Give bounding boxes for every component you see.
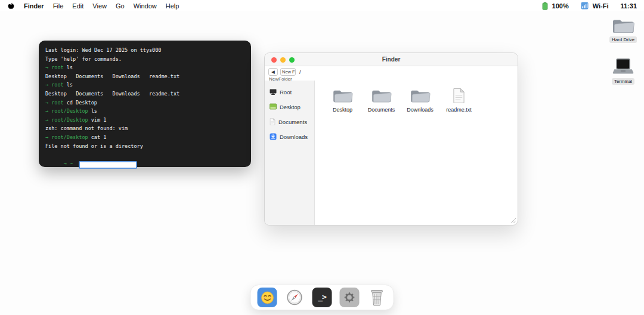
resize-handle[interactable] [510,217,516,223]
folder-icon [370,88,392,104]
menu-item-view[interactable]: View [92,2,107,10]
terminal-command: ls [67,82,73,88]
terminal-command: cd Desktop [67,100,97,106]
finder-titlebar[interactable]: Finder [265,53,518,66]
dock-item-safari[interactable] [285,288,305,307]
file-label: Desktop [333,107,352,113]
sidebar-item-root[interactable]: Root [265,86,314,98]
apple-icon[interactable] [7,2,15,10]
minimize-button[interactable] [280,57,286,63]
trash-icon [369,288,385,307]
terminal-line: → rootls [45,81,244,89]
terminal-line: Desktop Documents Downloads readme.txt [45,72,244,81]
traffic-lights [271,57,295,63]
file-label: Downloads [407,107,434,113]
menu-item-window[interactable]: Window [134,2,157,10]
terminal-prompt: → root [45,100,64,106]
terminal-prompt: → root/Desktop [45,117,88,123]
finder-window[interactable]: Finder ◀ New Folder / NewFolder Root Des… [264,52,518,226]
terminal-prompt: → root [45,64,64,70]
terminal-prompt: → root/Desktop [45,134,88,140]
terminal-command: ls [67,64,73,70]
terminal-prompt: → ~ [64,160,73,166]
menu-item-file[interactable]: File [53,2,64,10]
file-item-downloads[interactable]: Downloads [401,88,439,113]
terminal-line: → rootls [45,63,244,72]
desktop-icon [270,103,277,110]
terminal-line: zsh: command not found: vim [45,124,244,133]
menu-item-finder[interactable]: Finder [24,2,44,10]
terminal-line: Desktop Documents Downloads readme.txt [45,89,244,98]
file-icon [453,88,465,104]
file-item-documents[interactable]: Documents [362,88,401,113]
finder-files-area: Desktop Documents Downloads readme.txt [315,81,518,225]
terminal-command: vim 1 [91,117,107,123]
back-button[interactable]: ◀ [268,68,278,76]
sidebar-item-documents[interactable]: Documents [265,116,314,128]
smiley-icon [260,291,274,305]
menu-item-edit[interactable]: Edit [72,2,83,10]
sidebar-item-desktop[interactable]: Desktop [265,101,314,113]
sidebar-item-label: Desktop [280,104,301,110]
terminal-line: → root/Desktopls [45,107,244,116]
terminal-line: → root/Desktopcat 1 [45,133,244,142]
menu-item-go[interactable]: Go [116,2,125,10]
terminal-prompt: → root [45,82,64,88]
terminal-input-line: → ~ [45,150,244,159]
dock-item-finder[interactable] [258,288,277,307]
folder-icon [332,88,354,104]
close-button[interactable] [271,57,277,63]
laptop-icon [612,57,634,76]
finder-toolbar: ◀ New Folder / NewFolder [265,66,518,81]
menu-item-help[interactable]: Help [166,2,179,10]
folder-icon [611,17,635,35]
terminal-line: → root/Desktopvim 1 [45,116,244,125]
terminal-line: → rootcd Desktop [45,98,244,107]
desktop-icon-label: Hard Drive [609,36,637,43]
terminal-line: File not found or is a directory [45,142,244,151]
new-folder-button[interactable]: New Folder [280,68,296,76]
clock: 11:31 [620,2,637,10]
gear-icon [343,291,356,304]
sidebar-item-label: Root [280,89,292,95]
terminal-window[interactable]: Last login: Wed Dec 17 2025 on ttys000 T… [39,41,251,167]
file-item-readme[interactable]: readme.txt [439,88,478,113]
dock: _> [250,285,394,310]
file-label: readme.txt [446,107,472,113]
battery-icon [542,2,548,10]
desktop: Finder File Edit View Go Window Help 100… [0,0,644,315]
window-title: Finder [382,56,401,63]
wifi-label[interactable]: Wi-Fi [593,2,609,10]
dock-item-trash[interactable] [367,288,387,307]
terminal-input[interactable] [79,161,137,169]
wifi-icon[interactable] [581,2,589,10]
download-icon [270,133,277,140]
dock-item-terminal[interactable]: _> [312,288,332,307]
sidebar-item-downloads[interactable]: Downloads [265,131,314,143]
desktop-icon-hard-drive[interactable]: Hard Drive [603,17,643,43]
battery-percent: 100% [552,2,569,10]
desktop-icon-label: Terminal [612,78,634,85]
path-label: / [299,69,301,75]
terminal-command: cat 1 [91,134,107,140]
finder-content: Root Desktop Documents Downloads [265,81,518,225]
document-icon [270,118,275,125]
folder-icon [409,88,431,104]
terminal-prompt-glyph: _> [318,292,326,301]
menu-left: Finder File Edit View Go Window Help [7,2,179,10]
terminal-prompt: → root/Desktop [45,108,88,114]
menu-status-area: 100% Wi-Fi 11:31 [542,2,637,10]
menu-bar: Finder File Edit View Go Window Help 100… [0,0,644,11]
desktop-icon-terminal[interactable]: Terminal [603,57,643,85]
compass-icon [287,289,303,305]
terminal-command: ls [91,108,97,114]
terminal-line: Type 'help' for commands. [45,55,244,64]
terminal-line: Last login: Wed Dec 17 2025 on ttys000 [45,46,244,55]
sidebar-item-label: Downloads [280,134,308,140]
sidebar-item-label: Documents [278,119,307,125]
zoom-button[interactable] [289,57,295,63]
finder-sidebar: Root Desktop Documents Downloads [265,81,315,225]
file-item-desktop[interactable]: Desktop [323,88,362,113]
clipped-new-folder-text: NewFolder [269,76,292,81]
dock-item-settings[interactable] [340,288,360,307]
